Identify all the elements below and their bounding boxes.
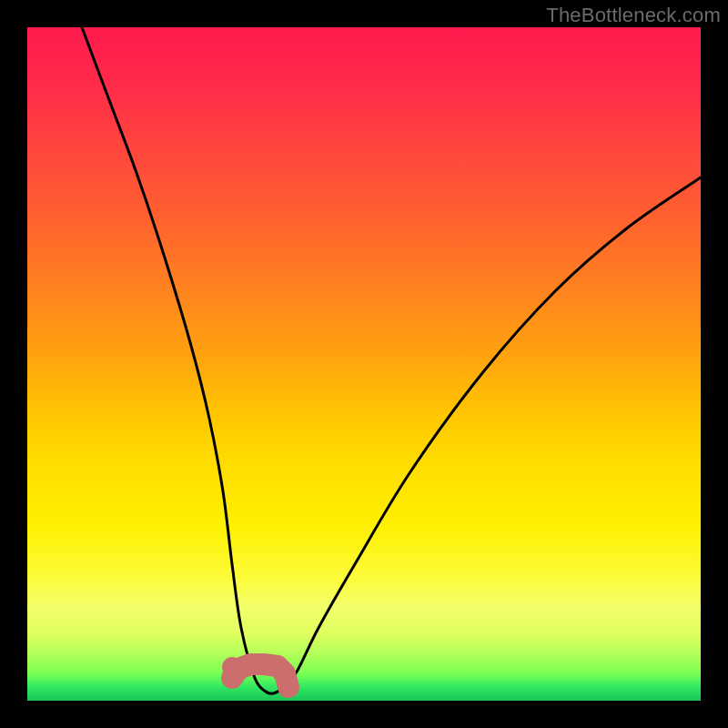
curve-layer	[27, 27, 701, 701]
watermark-text: TheBottleneck.com	[546, 4, 721, 27]
bottleneck-curve	[82, 27, 701, 693]
chart-frame: TheBottleneck.com	[0, 0, 728, 728]
highlight-dot	[222, 657, 242, 677]
plot-area	[27, 27, 701, 701]
